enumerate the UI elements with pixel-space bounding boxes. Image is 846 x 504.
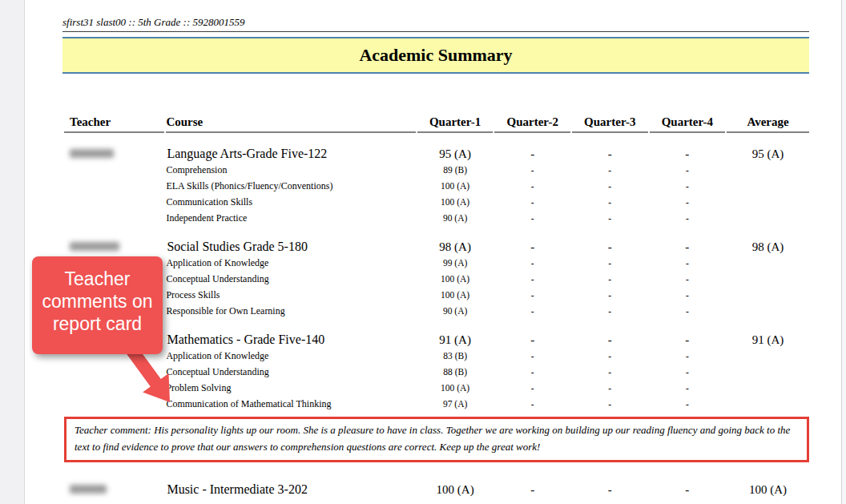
skill-grade-q1: 99 (A) xyxy=(417,255,494,271)
skill-name: Problem Solving xyxy=(166,380,415,396)
course-grade-average: 94 (A) xyxy=(727,498,809,504)
skill-grade-q1: 83 (B) xyxy=(417,348,494,364)
teacher-comments-callout: Teacher comments on report card xyxy=(32,256,163,354)
course-grade-q2: - xyxy=(494,469,570,498)
course-grade-average: 100 (A) xyxy=(727,469,809,498)
skill-grade-q3: - xyxy=(572,396,648,412)
skill-name: Application of Knowledge xyxy=(166,255,415,271)
banner: Academic Summary xyxy=(62,37,809,74)
right-window-edge xyxy=(841,0,846,504)
skill-grade-q2: - xyxy=(494,162,570,178)
col-header-quarter-4: Quarter-4 xyxy=(650,115,726,133)
col-header-quarter-3: Quarter-3 xyxy=(572,115,648,133)
course-grade-q1: 100 (A) xyxy=(417,469,494,498)
skill-row: Application of Knowledge 99 (A) - - - xyxy=(64,255,809,271)
skill-grade-q3: - xyxy=(572,210,648,226)
skill-grade-q4: - xyxy=(650,178,726,194)
skill-grade-q4: - xyxy=(650,348,726,364)
skill-grade-q3: - xyxy=(572,178,648,194)
skill-average-spacer xyxy=(727,348,809,364)
skill-grade-q3: - xyxy=(572,348,648,364)
course-grade-q2: - xyxy=(494,498,570,504)
skill-grade-q2: - xyxy=(494,210,570,226)
skill-average-spacer xyxy=(727,396,809,412)
course-grade-q2: - xyxy=(494,226,570,255)
course-grade-q1: 98 (A) xyxy=(417,226,494,255)
skill-teacher-spacer xyxy=(64,178,164,194)
skill-teacher-spacer xyxy=(64,194,164,210)
skill-grade-q3: - xyxy=(572,194,648,210)
skill-grade-q1: 90 (A) xyxy=(417,303,494,319)
skill-average-spacer xyxy=(727,255,809,271)
skill-grade-q3: - xyxy=(572,380,648,396)
skill-grade-q1: 90 (A) xyxy=(417,210,494,226)
skill-row: Responsible for Own Learning 90 (A) - - … xyxy=(64,303,809,319)
skill-grade-q2: - xyxy=(494,255,570,271)
skill-grade-q4: - xyxy=(650,210,726,226)
course-grade-q3: - xyxy=(572,469,648,498)
skill-grade-q1: 100 (A) xyxy=(417,380,494,396)
skill-name: Communication of Mathematical Thinking xyxy=(166,396,415,412)
skill-name: Independent Practice xyxy=(166,210,415,226)
skill-grade-q1: 100 (A) xyxy=(417,194,494,210)
skill-row: Process Skills 100 (A) - - - xyxy=(64,287,809,303)
course-grade-average: 95 (A) xyxy=(727,133,809,162)
skill-name: Conceptual Understanding xyxy=(166,364,415,380)
page-title: Academic Summary xyxy=(359,45,512,65)
course-grade-q3: - xyxy=(572,226,648,255)
course-grade-q1: 95 (A) xyxy=(417,133,494,162)
course-grade-q4: - xyxy=(650,133,726,162)
skill-grade-q1: 100 (A) xyxy=(417,178,494,194)
left-gutter xyxy=(0,0,25,504)
skill-average-spacer xyxy=(727,303,809,319)
grades-table-body: Language Arts-Grade Five-122 95 (A) - - … xyxy=(64,133,809,504)
course-row: Music - Intermediate 3-202 100 (A) - - -… xyxy=(64,469,809,498)
callout-label: Teacher comments on report card xyxy=(42,268,152,334)
teacher-cell xyxy=(64,226,164,255)
skill-grade-q1: 88 (B) xyxy=(417,364,494,380)
skill-grade-q4: - xyxy=(650,303,726,319)
grades-table: Teacher Course Quarter-1 Quarter-2 Quart… xyxy=(62,115,811,504)
skill-grade-q1: 100 (A) xyxy=(417,271,494,287)
skill-average-spacer xyxy=(727,364,809,380)
skill-grade-q3: - xyxy=(572,303,648,319)
skill-average-spacer xyxy=(727,380,809,396)
teacher-comment-cell: Teacher comment: His personality lights … xyxy=(64,412,809,469)
skill-name: Conceptual Understanding xyxy=(166,271,415,287)
skill-name: Communication Skills xyxy=(166,194,415,210)
col-header-course: Course xyxy=(166,115,415,133)
teacher-name-redacted xyxy=(70,485,107,494)
teacher-cell xyxy=(64,498,164,504)
teacher-comment-box: Teacher comment: His personality lights … xyxy=(64,417,809,462)
col-header-teacher: Teacher xyxy=(64,115,164,133)
skill-grade-q1: 100 (A) xyxy=(417,287,494,303)
skill-grade-q2: - xyxy=(494,348,570,364)
skill-name: ELA Skills (Phonics/Fluency/Conventions) xyxy=(166,178,415,194)
skill-name: Process Skills xyxy=(166,287,415,303)
course-grade-q4: - xyxy=(650,469,726,498)
skill-name: Responsible for Own Learning xyxy=(166,303,415,319)
skill-grade-q3: - xyxy=(572,271,648,287)
course-grade-average: 91 (A) xyxy=(727,319,809,348)
skill-grade-q2: - xyxy=(494,364,570,380)
skill-average-spacer xyxy=(727,162,809,178)
skill-grade-q2: - xyxy=(494,303,570,319)
skill-grade-q3: - xyxy=(572,162,648,178)
skill-row: Independent Practice 90 (A) - - - xyxy=(64,210,809,226)
course-grade-q3: - xyxy=(572,498,648,504)
skill-grade-q3: - xyxy=(572,255,648,271)
skill-grade-q2: - xyxy=(494,194,570,210)
skill-grade-q1: 89 (B) xyxy=(417,162,494,178)
teacher-comment-row: Teacher comment: His personality lights … xyxy=(64,412,809,469)
skill-grade-q2: - xyxy=(494,380,570,396)
course-grade-q1: 94 (A) xyxy=(417,498,494,504)
course-name: Social Studies Grade 5-180 xyxy=(166,226,415,255)
skill-average-spacer xyxy=(727,287,809,303)
col-header-quarter-2: Quarter-2 xyxy=(494,115,570,133)
skill-grade-q4: - xyxy=(650,287,726,303)
teacher-name-redacted xyxy=(70,149,114,158)
teacher-cell xyxy=(64,469,164,498)
col-header-quarter-1: Quarter-1 xyxy=(417,115,494,133)
skill-row: ELA Skills (Phonics/Fluency/Conventions)… xyxy=(64,178,809,194)
course-grade-q2: - xyxy=(494,133,570,162)
